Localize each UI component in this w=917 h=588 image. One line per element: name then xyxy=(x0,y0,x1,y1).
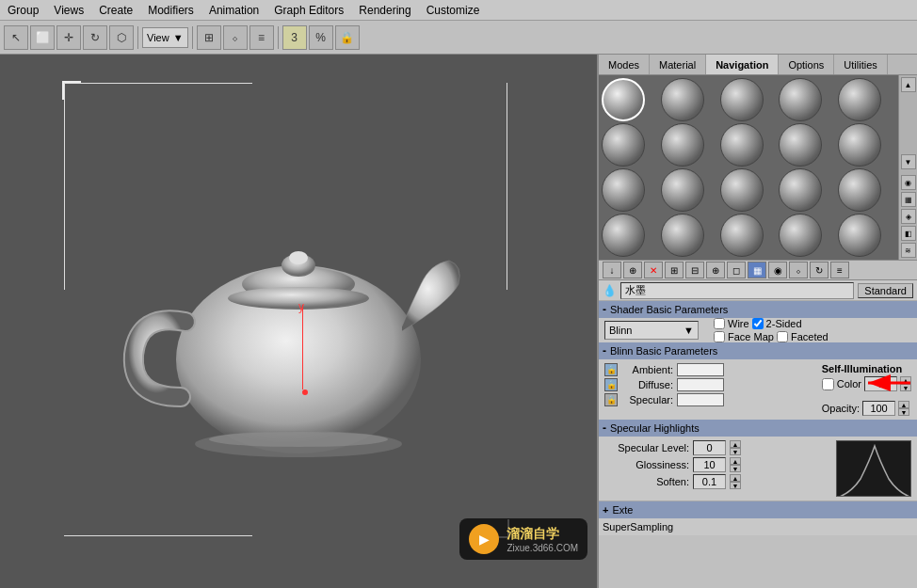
menu-views[interactable]: Views xyxy=(46,2,91,19)
specular-lock-btn[interactable]: 🔒 xyxy=(604,393,618,406)
shader-collapse-btn[interactable]: - xyxy=(603,303,606,316)
mat-ball-0[interactable] xyxy=(602,78,645,121)
faceted-checkbox[interactable] xyxy=(777,331,788,342)
mat-ball-13[interactable] xyxy=(779,168,822,212)
menu-animation[interactable]: Animation xyxy=(201,2,266,19)
mat-ctrl-k[interactable]: ↻ xyxy=(810,262,829,278)
toolbar-lock[interactable]: 🔒 xyxy=(335,25,360,50)
toolbar-region-btn[interactable]: ⬜ xyxy=(30,25,55,50)
mat-ball-7[interactable] xyxy=(720,123,764,167)
side-icon-c[interactable]: ◈ xyxy=(901,209,916,224)
mat-ctrl-g[interactable]: ◻ xyxy=(727,262,746,278)
blinn-collapse-btn[interactable]: - xyxy=(603,344,606,358)
mat-ball-16[interactable] xyxy=(661,214,704,257)
shader-type-dropdown[interactable]: Blinn ▼ xyxy=(604,321,699,340)
tab-navigation[interactable]: Navigation xyxy=(706,55,779,74)
side-scroll-up[interactable]: ▲ xyxy=(901,77,916,92)
opacity-spin-up[interactable]: ▲ xyxy=(898,401,909,408)
menu-customize[interactable]: Customize xyxy=(419,2,488,19)
soften-down[interactable]: ▼ xyxy=(730,482,741,489)
mat-ctrl-a[interactable]: ↓ xyxy=(603,262,621,278)
spec-level-input[interactable] xyxy=(693,440,726,455)
toolbar-snap-btn[interactable]: ⊞ xyxy=(197,25,221,50)
sel-bottom xyxy=(64,535,252,536)
mat-ball-9[interactable] xyxy=(838,123,881,167)
mat-ctrl-i[interactable]: ◉ xyxy=(768,262,787,278)
mat-ctrl-f[interactable]: ⊕ xyxy=(706,262,725,278)
toolbar-percent[interactable]: % xyxy=(309,25,333,50)
material-name-input[interactable] xyxy=(620,282,854,299)
menu-graph-editors[interactable]: Graph Editors xyxy=(266,2,351,19)
mat-ctrl-l[interactable]: ≡ xyxy=(830,262,849,278)
mat-ball-18[interactable] xyxy=(779,214,822,257)
side-icon-e[interactable]: ≋ xyxy=(901,243,916,258)
spec-level-down[interactable]: ▼ xyxy=(730,448,741,455)
mat-ball-15[interactable] xyxy=(602,214,645,257)
mat-ctrl-h[interactable]: ▦ xyxy=(748,262,766,278)
mat-ball-4[interactable] xyxy=(838,78,881,121)
specular-collapse-btn[interactable]: - xyxy=(603,421,606,435)
opacity-spinbox[interactable] xyxy=(862,401,895,416)
opacity-spin-down[interactable]: ▼ xyxy=(898,408,909,416)
mat-ctrl-e[interactable]: ⊟ xyxy=(685,262,704,278)
toolbar-rotate-btn[interactable]: ↻ xyxy=(83,25,107,50)
mat-ctrl-b[interactable]: ⊕ xyxy=(623,262,642,278)
diffuse-swatch[interactable] xyxy=(677,378,724,391)
toolbar-mirror-btn[interactable]: ⬦ xyxy=(223,25,248,50)
view-dropdown[interactable]: View ▼ xyxy=(142,27,188,48)
color-checkbox[interactable] xyxy=(822,378,834,390)
mat-ctrl-c[interactable]: ✕ xyxy=(644,262,663,278)
mat-ctrl-d[interactable]: ⊞ xyxy=(665,262,684,278)
soften-input[interactable] xyxy=(693,474,726,489)
glossiness-down[interactable]: ▼ xyxy=(730,465,741,472)
mat-ball-1[interactable] xyxy=(661,78,704,121)
tab-utilities[interactable]: Utilities xyxy=(834,55,887,74)
toolbar-align-btn[interactable]: ≡ xyxy=(249,25,274,50)
wire-checkbox[interactable] xyxy=(714,318,725,329)
color-spin-up[interactable]: ▲ xyxy=(900,376,911,384)
side-icon-d[interactable]: ◧ xyxy=(901,226,916,241)
tab-options[interactable]: Options xyxy=(779,55,834,74)
ambient-lock-btn[interactable]: 🔒 xyxy=(604,363,618,376)
mat-ball-2[interactable] xyxy=(720,78,764,121)
mat-ball-19[interactable] xyxy=(838,214,881,257)
viewport[interactable]: y xyxy=(0,55,597,588)
mat-ball-12[interactable] xyxy=(720,168,764,212)
color-spinbox[interactable] xyxy=(864,376,897,391)
face-map-checkbox[interactable] xyxy=(714,331,725,342)
spec-level-up[interactable]: ▲ xyxy=(730,440,741,448)
ambient-swatch[interactable] xyxy=(677,363,724,376)
mat-ball-14[interactable] xyxy=(838,168,881,212)
menu-modifiers[interactable]: Modifiers xyxy=(140,2,201,19)
mat-ball-6[interactable] xyxy=(661,123,704,167)
glossiness-up[interactable]: ▲ xyxy=(730,457,741,465)
menu-create[interactable]: Create xyxy=(91,2,140,19)
tab-material[interactable]: Material xyxy=(650,55,706,74)
expand-plus[interactable]: + xyxy=(603,504,608,516)
side-icon-a[interactable]: ◉ xyxy=(901,175,916,190)
toolbar-select-btn[interactable]: ↖ xyxy=(4,25,28,50)
mat-ctrl-j[interactable]: ⬦ xyxy=(789,262,808,278)
mat-ball-17[interactable] xyxy=(720,214,764,257)
shader-row: Blinn ▼ Wire 2-Sided Face Map Faceted xyxy=(599,318,917,342)
glossiness-input[interactable] xyxy=(693,457,726,472)
menu-rendering[interactable]: Rendering xyxy=(351,2,418,19)
tab-modes[interactable]: Modes xyxy=(599,55,650,74)
toolbar-scale-btn[interactable]: ⬡ xyxy=(109,25,134,50)
mat-ball-10[interactable] xyxy=(602,168,645,212)
mat-ball-5[interactable] xyxy=(602,123,645,167)
two-sided-checkbox[interactable] xyxy=(752,318,764,329)
standard-button[interactable]: Standard xyxy=(858,283,913,298)
toolbar-num1[interactable]: 3 xyxy=(282,25,307,50)
mat-ball-8[interactable] xyxy=(779,123,822,167)
diffuse-lock-btn[interactable]: 🔒 xyxy=(604,378,618,391)
specular-swatch[interactable] xyxy=(677,393,724,406)
side-icon-b[interactable]: ▦ xyxy=(901,192,916,207)
toolbar-move-btn[interactable]: ✛ xyxy=(56,25,81,50)
color-spin-down[interactable]: ▼ xyxy=(900,384,911,391)
mat-ball-3[interactable] xyxy=(779,78,822,121)
soften-up[interactable]: ▲ xyxy=(730,474,741,482)
mat-ball-11[interactable] xyxy=(661,168,704,212)
side-scroll-down[interactable]: ▼ xyxy=(901,154,916,169)
menu-group[interactable]: Group xyxy=(0,2,46,19)
